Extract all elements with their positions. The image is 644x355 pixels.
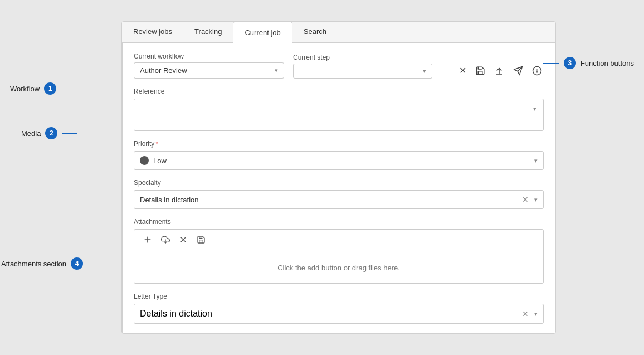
annotation-attachments-bubble: 4 — [71, 257, 83, 270]
reference-wrapper: ▾ — [134, 99, 544, 131]
annotation-functions: 3 Function buttons — [543, 57, 634, 69]
tab-review-jobs[interactable]: Review jobs — [122, 22, 183, 42]
letter-type-right: ✕ ▾ — [521, 309, 538, 318]
specialty-select[interactable]: Details in dictation ✕ ▾ — [134, 190, 544, 209]
send-button[interactable] — [511, 64, 525, 77]
specialty-value: Details in dictation — [140, 196, 199, 204]
upload-button[interactable] — [492, 64, 506, 77]
attachments-dropzone: Click the add button or drag files here. — [134, 252, 543, 283]
step-chevron-icon: ▾ — [423, 67, 426, 75]
priority-value: Low — [153, 157, 167, 165]
annotation-functions-line — [543, 63, 559, 64]
annotation-media-bubble: 2 — [45, 127, 57, 139]
priority-select[interactable]: Low ▾ — [134, 151, 544, 170]
save-button[interactable] — [474, 64, 487, 77]
step-label: Current step — [293, 54, 432, 61]
main-panel: Review jobs Tracking Current job Search … — [121, 21, 556, 334]
letter-type-select[interactable]: Details in dictation ✕ ▾ — [134, 304, 544, 324]
function-buttons-group: ✕ — [457, 64, 544, 79]
annotation-media: Media 2 — [21, 127, 77, 139]
priority-dot-icon — [140, 156, 149, 165]
letter-type-section: Letter Type Details in dictation ✕ ▾ — [134, 293, 544, 324]
workflow-value: Author Review — [140, 66, 187, 75]
letter-type-value: Details in dictation — [140, 309, 212, 319]
step-select[interactable]: ▾ — [293, 64, 432, 79]
tab-current-job[interactable]: Current job — [233, 22, 292, 43]
priority-chevron-icon: ▾ — [534, 157, 538, 164]
attachments-label: Attachments — [134, 218, 544, 226]
annotation-workflow: Workflow 1 — [10, 82, 83, 95]
reference-label: Reference — [134, 87, 544, 95]
workflow-chevron-icon: ▾ — [275, 67, 278, 74]
annotation-attachments-line — [87, 264, 99, 264]
attachments-section: Attachments — [134, 218, 544, 284]
reference-section: Reference ▾ — [134, 87, 544, 131]
letter-type-clear-button[interactable]: ✕ — [521, 309, 530, 318]
content-area: Current workflow Author Review ▾ Current… — [122, 43, 555, 333]
reference-input[interactable] — [139, 103, 533, 115]
priority-section: Priority* Low ▾ — [134, 140, 544, 170]
workflow-label: Current workflow — [134, 52, 284, 60]
specialty-right: ✕ ▾ — [521, 195, 538, 204]
priority-left: Low — [140, 156, 167, 165]
attachments-toolbar — [134, 230, 543, 252]
delete-attachment-button[interactable] — [177, 234, 190, 247]
download-attachment-button[interactable] — [159, 234, 172, 247]
close-button[interactable]: ✕ — [457, 64, 468, 77]
info-button[interactable] — [530, 64, 544, 77]
annotation-attachments: Attachments section 4 — [1, 257, 99, 270]
attachments-box: Click the add button or drag files here. — [134, 229, 544, 284]
save-attachment-button[interactable] — [194, 234, 208, 247]
annotation-workflow-line — [61, 89, 83, 89]
tab-search[interactable]: Search — [292, 22, 338, 42]
annotation-attachments-label: Attachments section — [1, 260, 66, 268]
annotation-media-line — [62, 133, 77, 134]
step-group: Current step ▾ — [293, 54, 432, 79]
workflow-row: Current workflow Author Review ▾ Current… — [134, 52, 544, 79]
workflow-group: Current workflow Author Review ▾ — [134, 52, 284, 79]
letter-type-label: Letter Type — [134, 293, 544, 300]
reference-chevron-icon: ▾ — [533, 105, 539, 113]
annotation-workflow-label: Workflow — [10, 85, 40, 93]
priority-label: Priority* — [134, 140, 544, 148]
annotation-workflow-bubble: 1 — [44, 82, 56, 95]
annotation-functions-bubble: 3 — [564, 57, 576, 69]
dropzone-text: Click the add button or drag files here. — [277, 264, 400, 272]
letter-type-chevron-icon: ▾ — [534, 310, 538, 318]
specialty-chevron-icon: ▾ — [534, 196, 538, 203]
specialty-section: Specialty Details in dictation ✕ ▾ — [134, 179, 544, 209]
specialty-label: Specialty — [134, 179, 544, 187]
workflow-select[interactable]: Author Review ▾ — [134, 62, 284, 79]
tab-tracking[interactable]: Tracking — [183, 22, 233, 42]
specialty-clear-button[interactable]: ✕ — [521, 195, 530, 204]
add-attachment-button[interactable] — [141, 234, 154, 247]
annotation-media-label: Media — [21, 129, 41, 138]
annotation-functions-label: Function buttons — [580, 59, 634, 67]
tab-bar: Review jobs Tracking Current job Search — [122, 22, 555, 43]
